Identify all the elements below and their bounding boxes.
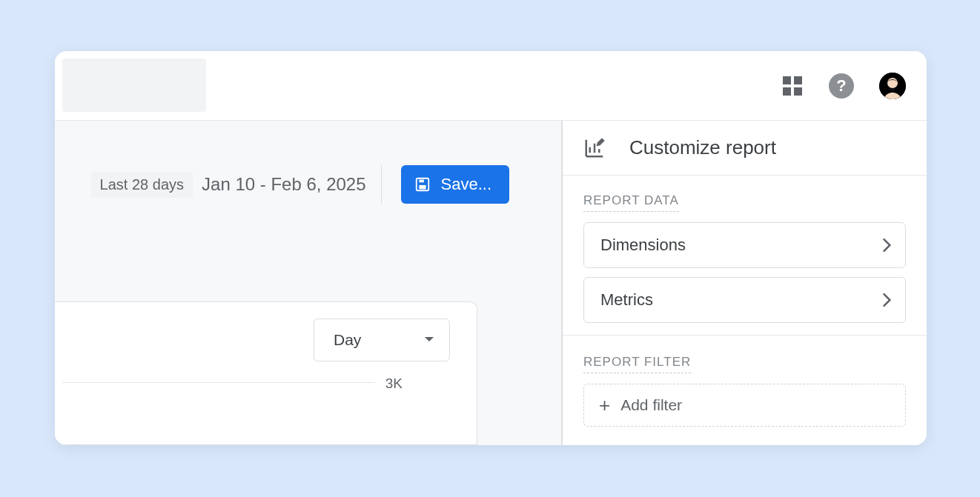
body: Last 28 days Jan 10 - Feb 6, 2025 Save..…	[55, 121, 927, 445]
topbar-actions: ?	[781, 51, 906, 120]
chart-card: Day 3K	[55, 301, 477, 445]
add-filter-button[interactable]: + Add filter	[583, 384, 906, 427]
caret-down-icon	[424, 336, 434, 344]
help-icon[interactable]: ?	[829, 73, 854, 99]
section-divider	[563, 335, 927, 336]
chevron-right-icon	[883, 239, 892, 252]
add-filter-label: Add filter	[620, 396, 682, 414]
axis-gridline	[62, 382, 375, 383]
granularity-value: Day	[334, 331, 361, 349]
dimensions-row[interactable]: Dimensions	[583, 222, 906, 268]
customize-panel: Customize report REPORT DATA Dimensions …	[563, 121, 927, 445]
svg-rect-3	[419, 185, 426, 190]
report-toolbar: Last 28 days Jan 10 - Feb 6, 2025 Save..…	[91, 165, 509, 204]
dimensions-label: Dimensions	[600, 236, 686, 255]
save-button[interactable]: Save...	[401, 165, 509, 204]
svg-point-1	[887, 78, 898, 88]
section-label-filter: REPORT FILTER	[583, 355, 691, 373]
topbar: ?	[55, 51, 927, 121]
plus-icon: +	[599, 396, 610, 415]
date-range-chip: Last 28 days	[91, 172, 193, 198]
save-icon	[414, 176, 431, 193]
metrics-label: Metrics	[600, 290, 653, 310]
divider	[381, 165, 382, 204]
logo-placeholder	[62, 59, 206, 112]
app-window: ? Last 28 days Jan 10 - Feb 6, 2025	[55, 51, 927, 445]
customize-report-icon	[583, 137, 606, 159]
save-button-label: Save...	[441, 175, 491, 194]
axis-tick-label: 3K	[385, 376, 403, 392]
panel-header: Customize report	[563, 121, 927, 176]
avatar[interactable]	[879, 73, 906, 99]
svg-rect-4	[419, 180, 423, 183]
section-label-data: REPORT DATA	[583, 193, 679, 212]
metrics-row[interactable]: Metrics	[583, 277, 906, 323]
panel-body: REPORT DATA Dimensions Metrics REPORT FI…	[563, 176, 927, 427]
main-area: Last 28 days Jan 10 - Feb 6, 2025 Save..…	[55, 121, 563, 445]
granularity-select[interactable]: Day	[314, 318, 450, 361]
panel-title: Customize report	[629, 136, 776, 159]
apps-grid-icon[interactable]	[781, 75, 804, 97]
date-range-picker[interactable]: Jan 10 - Feb 6, 2025	[202, 174, 365, 195]
chevron-right-icon	[883, 293, 892, 307]
